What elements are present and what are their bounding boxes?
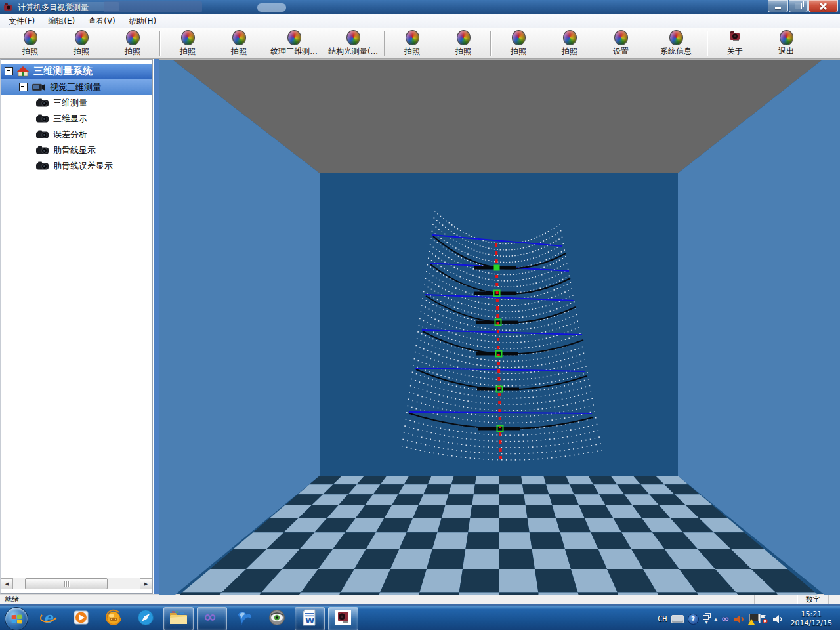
scrollbar-track[interactable]	[13, 578, 140, 589]
tree-item-1[interactable]: 视觉三维测量	[1, 79, 152, 94]
toolbar-button-3-2[interactable]: 设置	[595, 28, 646, 58]
color-sphere-icon	[232, 30, 246, 45]
sidebar-horizontal-scrollbar[interactable]: ◀ ▶	[1, 578, 152, 589]
toolbar-button-2-0[interactable]: 拍照	[387, 28, 438, 58]
close-button[interactable]	[808, 0, 838, 12]
tree-item-label: 三维显示	[53, 113, 87, 125]
taskbar-game-center[interactable]	[99, 608, 128, 630]
toolbar-button-1-3[interactable]: 结构光测量(...	[324, 28, 383, 58]
game-center-icon	[105, 609, 123, 629]
window-restore-icon[interactable]: ▾	[703, 613, 711, 625]
toolbar-button-label: 拍照	[511, 46, 526, 57]
tree-item-label: 肋骨线显示	[53, 144, 96, 156]
status-pane-empty	[754, 595, 797, 604]
toolbar-button-label: 拍照	[22, 46, 38, 57]
color-sphere-icon	[287, 30, 301, 45]
3d-viewport[interactable]	[159, 59, 840, 594]
taskbar-visual-studio[interactable]: ∞	[197, 607, 227, 630]
toolbar-button-0-1[interactable]: 拍照	[56, 28, 107, 58]
toolbar-button-0-0[interactable]: 拍照	[5, 28, 56, 58]
tree-item-0[interactable]: 三维测量系统	[1, 64, 152, 79]
toolbar-button-3-1[interactable]: 拍照	[544, 28, 595, 58]
chevron-down-icon: ▾	[705, 620, 708, 625]
scroll-left-arrow[interactable]: ◀	[1, 578, 13, 589]
camera-icon	[36, 98, 49, 107]
color-sphere-icon	[512, 30, 526, 45]
visual-studio-tray-icon[interactable]: ∞	[721, 616, 730, 622]
tree-item-label: 视觉三维测量	[50, 81, 101, 93]
taskbar-media-player[interactable]	[67, 608, 96, 630]
thunder-icon	[236, 609, 254, 629]
media-player-icon	[73, 609, 90, 629]
toolbar: 拍照拍照拍照拍照拍照纹理三维测...结构光测量(...拍照拍照拍照拍照设置系统信…	[0, 28, 840, 59]
taskbar-internet-explorer[interactable]: e	[35, 608, 64, 630]
visual-studio-icon: ∞	[203, 610, 221, 627]
volume-icon[interactable]	[772, 614, 783, 624]
tree-item-3[interactable]: 三维显示	[1, 111, 152, 126]
taskbar-compass-browser[interactable]	[131, 608, 160, 630]
svg-text:∞: ∞	[203, 610, 217, 625]
action-center-flag-icon[interactable]	[759, 614, 768, 624]
start-button[interactable]	[5, 607, 28, 630]
camera-icon	[728, 30, 742, 45]
color-sphere-icon	[614, 30, 628, 45]
toolbar-button-label: 关于	[727, 46, 743, 57]
tree-item-label: 三维测量	[53, 97, 87, 109]
toolbar-button-3-0[interactable]: 拍照	[493, 28, 544, 58]
device-warning-icon[interactable]	[748, 614, 755, 625]
toolbar-button-label: 拍照	[74, 46, 89, 57]
color-sphere-icon	[780, 30, 793, 45]
toolbar-button-label: 拍照	[180, 46, 196, 57]
toolbar-button-label: 设置	[613, 46, 629, 57]
menu-item-0[interactable]: 文件(F)	[2, 14, 41, 29]
menu-item-1[interactable]: 编辑(E)	[41, 14, 81, 29]
tree-expander-minus[interactable]	[5, 67, 13, 75]
help-icon[interactable]: ?	[688, 614, 699, 625]
taskbar-clock[interactable]: 15:21 2014/12/15	[787, 610, 836, 629]
menu-item-3[interactable]: 帮助(H)	[122, 14, 163, 29]
show-hidden-icons[interactable]: ▴	[715, 616, 718, 621]
file-explorer-icon	[169, 610, 188, 627]
scrollbar-thumb[interactable]	[25, 578, 108, 589]
taskbar-file-explorer[interactable]	[163, 607, 194, 630]
tree-item-4[interactable]: 误差分析	[1, 127, 152, 142]
toolbar-button-label: 拍照	[455, 46, 471, 57]
tree-item-2[interactable]: 三维测量	[1, 95, 152, 110]
toolbar-button-0-2[interactable]: 拍照	[107, 28, 158, 58]
language-indicator[interactable]: CH	[658, 614, 667, 623]
minimize-button[interactable]	[768, 0, 788, 12]
toolbar-button-1-1[interactable]: 拍照	[213, 28, 264, 58]
toolbar-button-2-1[interactable]: 拍照	[438, 28, 489, 58]
svg-text:W: W	[305, 616, 314, 625]
taskbar-vision-app[interactable]	[328, 607, 358, 630]
toolbar-button-3-3[interactable]: 系统信息	[646, 28, 705, 58]
window-title: 计算机多目视觉测量	[18, 2, 89, 13]
tree-item-5[interactable]: 肋骨线显示	[1, 142, 152, 158]
taskbar-eye-viewer[interactable]	[262, 608, 291, 630]
camcorder-icon	[32, 82, 46, 92]
panel-splitter[interactable]	[153, 59, 159, 594]
scroll-right-arrow[interactable]: ▶	[140, 578, 152, 589]
app-camera-icon	[3, 1, 14, 14]
toolbar-button-4-1[interactable]: 退出	[761, 28, 812, 58]
tree-item-label: 肋骨线误差显示	[53, 160, 113, 172]
toolbar-button-1-2[interactable]: 纹理三维测...	[264, 28, 324, 58]
restore-button[interactable]	[789, 0, 808, 12]
toolbar-button-4-0[interactable]: 关于	[709, 28, 761, 58]
tree-item-6[interactable]: 肋骨线误差显示	[1, 158, 152, 173]
keyboard-icon[interactable]	[671, 615, 684, 623]
recording-speaker-icon[interactable]	[734, 614, 744, 624]
main-area: 三维测量系统视觉三维测量三维测量三维显示误差分析肋骨线显示肋骨线误差显示 ◀ ▶	[0, 59, 840, 594]
scene-canvas	[159, 60, 840, 595]
clock-time: 15:21	[791, 610, 832, 619]
tree-expander-minus[interactable]	[19, 83, 28, 91]
compass-browser-icon	[137, 609, 154, 629]
svg-text:e: e	[43, 609, 54, 626]
taskbar-word[interactable]: W	[295, 607, 325, 630]
taskbar-thunder[interactable]	[230, 608, 259, 630]
menu-item-2[interactable]: 查看(V)	[81, 14, 122, 29]
clock-date: 2014/12/15	[791, 619, 832, 628]
camera-icon	[36, 161, 49, 170]
toolbar-button-1-0[interactable]: 拍照	[162, 28, 213, 58]
eye-viewer-icon	[268, 609, 285, 629]
